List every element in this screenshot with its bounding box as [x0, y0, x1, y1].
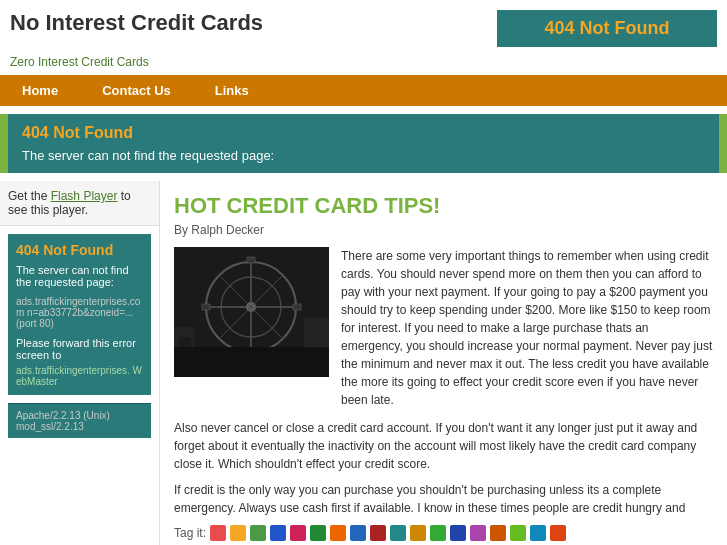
- svg-rect-12: [293, 304, 301, 310]
- flash-link[interactable]: Flash Player: [51, 189, 118, 203]
- tag-icon-16[interactable]: [510, 525, 526, 541]
- flash-notice: Get the Flash Player to see this player.: [0, 181, 159, 226]
- tag-icon-11[interactable]: [410, 525, 426, 541]
- svg-rect-9: [247, 257, 255, 263]
- tag-icon-18[interactable]: [550, 525, 566, 541]
- article-paragraph1: There are some very important things to …: [341, 247, 713, 409]
- sidebar-apache-info: Apache/2.2.13 (Unix) mod_ssl/2.2.13: [8, 403, 151, 438]
- nav-contact-us[interactable]: Contact Us: [80, 75, 193, 106]
- banner-404-message: The server can not find the requested pa…: [22, 148, 705, 163]
- article-paragraph2: Also never cancel or close a credit card…: [174, 419, 713, 473]
- sidebar: Get the Flash Player to see this player.…: [0, 181, 160, 545]
- tag-icon-8[interactable]: [350, 525, 366, 541]
- tag-icon-9[interactable]: [370, 525, 386, 541]
- tag-label: Tag it:: [174, 526, 206, 540]
- sidebar-404-address: ads.traffickingenterprises.com n=ab33772…: [16, 296, 143, 329]
- article-image: [174, 247, 329, 377]
- sidebar-404-forward-link: ads.traffickingenterprises. WebMaster: [16, 365, 143, 387]
- tag-icon-14[interactable]: [470, 525, 486, 541]
- green-banner: 404 Not Found The server can not find th…: [0, 114, 727, 173]
- tag-icon-13[interactable]: [450, 525, 466, 541]
- tag-icon-17[interactable]: [530, 525, 546, 541]
- svg-rect-16: [174, 347, 329, 377]
- tag-icon-6[interactable]: [310, 525, 326, 541]
- article-content-row: There are some very important things to …: [174, 247, 713, 409]
- article-paragraph3: If credit is the only way you can purcha…: [174, 481, 713, 517]
- tag-icon-4[interactable]: [270, 525, 286, 541]
- svg-rect-11: [202, 304, 210, 310]
- tag-icon-12[interactable]: [430, 525, 446, 541]
- tag-row: Tag it:: [174, 525, 713, 541]
- flash-text: Get the: [8, 189, 47, 203]
- tag-icon-10[interactable]: [390, 525, 406, 541]
- nav-home[interactable]: Home: [0, 75, 80, 106]
- tag-icon-7[interactable]: [330, 525, 346, 541]
- tag-icon-2[interactable]: [230, 525, 246, 541]
- site-title: No Interest Credit Cards: [10, 10, 497, 36]
- article-title: HOT CREDIT CARD TIPS!: [174, 193, 713, 219]
- subtitle-bar: Zero Interest Credit Cards: [0, 52, 727, 75]
- main-content: Get the Flash Player to see this player.…: [0, 181, 727, 545]
- nav-links[interactable]: Links: [193, 75, 271, 106]
- header-404-banner: 404 Not Found: [497, 10, 717, 47]
- tag-icon-3[interactable]: [250, 525, 266, 541]
- page-header: No Interest Credit Cards 404 Not Found: [0, 0, 727, 52]
- navigation-bar: Home Contact Us Links: [0, 75, 727, 106]
- article-section: HOT CREDIT CARD TIPS! By Ralph Decker: [160, 181, 727, 545]
- banner-404-box: 404 Not Found The server can not find th…: [8, 114, 719, 173]
- sidebar-404-box: 404 Not Found The server can not find th…: [8, 234, 151, 395]
- tag-icon-15[interactable]: [490, 525, 506, 541]
- sidebar-404-forward: Please forward this error screen to: [16, 337, 143, 361]
- article-author: By Ralph Decker: [174, 223, 713, 237]
- tag-icon-5[interactable]: [290, 525, 306, 541]
- sidebar-404-title: 404 Not Found: [16, 242, 143, 258]
- subtitle-link[interactable]: Zero Interest Credit Cards: [10, 55, 149, 69]
- tag-icon-1[interactable]: [210, 525, 226, 541]
- banner-404-title: 404 Not Found: [22, 124, 705, 142]
- sidebar-404-message: The server can not find the requested pa…: [16, 264, 143, 288]
